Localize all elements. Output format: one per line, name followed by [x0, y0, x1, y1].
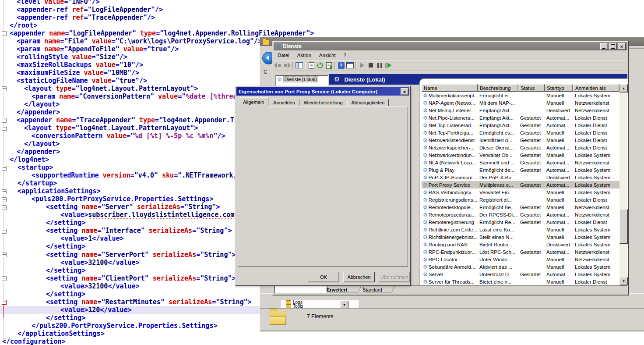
service-gear-icon: ⚙ [423, 92, 428, 99]
maximize-button[interactable] [609, 43, 617, 50]
service-gear-icon: ⚙ [423, 204, 428, 210]
table-row[interactable]: ⚙Remoteprozedurau...Der RPCSS-Di...Gesta… [422, 211, 619, 218]
code-line[interactable]: <appender name="LogFileAppender" type="l… [0, 29, 644, 37]
table-row[interactable]: ⚙RPC-LocatorUnter Windo...ManuellNetzwer… [422, 256, 619, 263]
back-icon[interactable] [274, 62, 282, 69]
code-line[interactable]: </root> [0, 21, 644, 29]
table-row[interactable]: ⚙NLA (Network Loca...Sammelt und ...Gest… [422, 159, 619, 166]
restart-service-icon[interactable] [384, 62, 392, 69]
table-row[interactable]: ⚙Richtlinie zum Entfe...Lässt eine Ko...… [422, 226, 619, 233]
pause-service-icon[interactable] [376, 62, 384, 69]
fold-marker[interactable] [2, 189, 7, 194]
close-icon[interactable]: × [401, 88, 408, 95]
properties-icon[interactable] [307, 62, 315, 69]
tab-allgemein[interactable]: Allgemein [239, 97, 268, 107]
table-row[interactable]: ⚙Plug & PlayErmöglicht de...GestartetAut… [422, 166, 619, 174]
services-table[interactable]: ⚙Multimediaklassenpl...Ermöglicht ei...M… [422, 92, 619, 285]
fold-marker[interactable] [2, 205, 7, 210]
table-row[interactable]: ⚙Net.Tcp-Listenerad...Empfängt Akt...Ges… [422, 121, 619, 129]
bottom-filter-box [274, 285, 326, 293]
minimize-button[interactable] [600, 43, 608, 50]
ok-button[interactable]: OK [308, 272, 339, 282]
menu-item-aktion[interactable]: Aktion [293, 53, 315, 58]
menu-bar[interactable]: DateiAktionAnsicht? [274, 50, 627, 60]
table-row[interactable]: ⚙RemoteregistrierungErmöglicht Re...Gest… [422, 218, 619, 226]
table-row[interactable]: ⚙Sekundäre Anmeld...Aktiviert das ...Man… [422, 263, 619, 270]
table-row[interactable]: ⚙Net.Pipe-Listenera...Empfängt Akt...Ges… [422, 114, 619, 121]
column-header[interactable]: Anmelden als [573, 84, 619, 92]
table-row[interactable]: ⚙Multimediaklassenpl...Ermöglicht ei...M… [422, 92, 619, 99]
service-gear-icon: ⚙ [423, 197, 428, 203]
stop-service-icon[interactable] [367, 62, 375, 69]
tab-abhängigkeiten[interactable]: Abhängigkeiten [347, 99, 389, 107]
table-row-selected[interactable]: ⚙Port Proxy ServiceMultiplexes e...Gesta… [422, 181, 619, 189]
service-gear-icon: ⚙ [423, 167, 428, 173]
scroll-down-icon[interactable]: ▼ [619, 277, 628, 285]
table-row[interactable]: ⚙RPC-Endpunktzuor...Löst RPC-Sch...Gesta… [422, 248, 619, 256]
tree-item-dienste-lokal[interactable]: ⚙ Dienste (Lokal) [276, 75, 328, 83]
service-gear-icon: ⚙ [423, 130, 428, 136]
service-gear-icon: ⚙ [423, 145, 428, 151]
tab-wiederherstellung[interactable]: Wiederherstellung [299, 99, 347, 107]
help-icon[interactable]: ? [337, 62, 345, 69]
service-gear-icon: ⚙ [423, 122, 428, 128]
services-titlebar[interactable]: ⚙ Dienste × [274, 42, 627, 50]
screenshot-canvas: <level value="INFO"/><appender-ref ref="… [0, 0, 644, 345]
table-row[interactable]: ⚙Routing und RASBietet Routin...Deaktivi… [422, 241, 619, 248]
service-gear-icon: ⚙ [423, 264, 428, 270]
fold-marker[interactable] [2, 253, 7, 257]
table-row[interactable]: ⚙Server für Threads...Bietet eine n...Ma… [422, 278, 619, 285]
table-row[interactable]: ⚙NAP-Agent (Netwo...Mit dem NAP-...Manue… [422, 99, 619, 107]
table-row[interactable]: ⚙NetzwerklistendienstIdentifiziert d...G… [422, 136, 619, 144]
view-tab-standard[interactable]: Standard [362, 285, 395, 292]
vertical-scrollbar[interactable]: ▲ ▼ [619, 84, 627, 285]
menu-item-ansicht[interactable]: Ansicht [315, 53, 340, 58]
fold-marker[interactable] [2, 126, 7, 131]
fold-marker-changed[interactable] [2, 300, 7, 305]
column-header[interactable]: Starttyp [545, 84, 573, 92]
table-row[interactable]: ⚙Remotedesktopdie...Ermöglicht Be...Gest… [422, 203, 619, 211]
close-icon[interactable]: × [618, 43, 626, 50]
menu-item-datei[interactable]: Datei [274, 53, 293, 58]
table-row[interactable]: ⚙ServerUnterstützt D...GestartetAutomat.… [422, 270, 619, 278]
start-service-icon[interactable] [358, 62, 366, 69]
table-row[interactable]: ⚙PnP-X-IP-Busenum...Der PnP-X-Bu...Deakt… [422, 174, 619, 181]
table-row[interactable]: ⚙RAS-Verbindungsv...Verwaltet Ein...Manu… [422, 189, 619, 196]
forward-icon[interactable] [283, 62, 291, 69]
table-row[interactable]: ⚙Net.Tcp-Portfreiga...Ermöglicht es...Ge… [422, 129, 619, 136]
view-tab-erweitert[interactable]: Erweitert [327, 285, 362, 292]
table-row[interactable]: ⚙Netzwerkverbindun...Verwaltet Ob...Gest… [422, 151, 619, 159]
fold-marker[interactable] [2, 276, 7, 281]
code-line[interactable]: <appender-ref ref="TraceAppender"/> [0, 14, 644, 21]
dialog-titlebar[interactable]: Eigenschaften von Port Proxy Service (Lo… [236, 87, 409, 96]
column-header[interactable]: Status [518, 84, 545, 92]
services-gear-icon: ⚙ [276, 43, 281, 50]
scroll-up-icon[interactable]: ▲ [619, 84, 628, 92]
fold-marker[interactable] [2, 229, 7, 234]
code-line[interactable]: <level value="INFO"/> [0, 0, 644, 6]
refresh-icon[interactable] [316, 62, 324, 69]
menu-item-?[interactable]: ? [340, 53, 350, 58]
table-row[interactable]: ⚙Registrierungsdiens...Registriert di...… [422, 196, 619, 203]
fold-marker[interactable] [2, 118, 7, 123]
abbrechen-button[interactable]: Abbrechen [343, 272, 375, 282]
table-row[interactable]: ⚙Net.Msmq-Listener...Empfängt Akt...Deak… [422, 107, 619, 114]
fold-marker[interactable] [2, 197, 7, 202]
scrollbar-thumb[interactable] [619, 209, 628, 244]
tab-anmelden[interactable]: Anmelden [269, 99, 299, 107]
fold-marker[interactable] [2, 86, 7, 91]
table-row[interactable]: ⚙Netzwerkspeicher-...Dieser Dienst...Ges… [422, 144, 619, 151]
column-header[interactable]: Name▲ [422, 84, 478, 92]
fold-marker[interactable] [2, 31, 7, 36]
extended-view-icon[interactable] [346, 62, 354, 69]
bernehmen-button[interactable]: Übernehmen [379, 272, 410, 282]
column-header[interactable]: Beschreibung [478, 84, 518, 92]
show-console-tree-icon[interactable] [295, 62, 303, 69]
fold-marker[interactable] [2, 166, 7, 171]
table-row[interactable]: ⚙Richtlinienergebniss...Stellt einen N..… [422, 233, 619, 241]
service-gear-icon: ⚙ [423, 174, 428, 181]
export-list-icon[interactable] [325, 62, 333, 69]
code-line[interactable]: <appender-ref ref="LogFileAppender"/> [0, 6, 644, 14]
code-line[interactable]: </configuration> [0, 338, 644, 345]
combo-dropdown-button[interactable]: ▼ [340, 301, 348, 309]
